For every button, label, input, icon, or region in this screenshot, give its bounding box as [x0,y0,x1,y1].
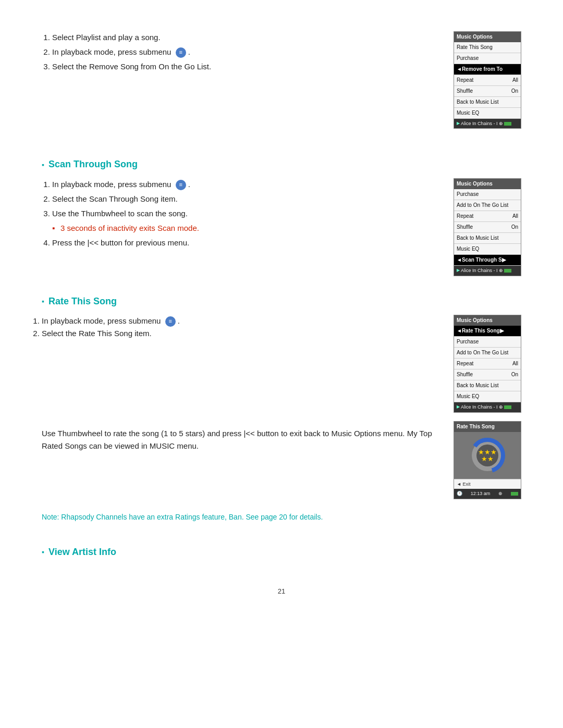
rate-submenu-icon [165,316,176,327]
rate-section: Rate This Song In playback mode, press s… [42,281,521,499]
scan-title: Scan Through Song [42,157,521,172]
rate-dial-screen: Rate This Song ★★★★★ [454,421,521,499]
rate-step-1: In playback mode, press submenu . [42,315,433,327]
top-step-1: Select Playlist and play a song. [52,31,433,44]
rate-dial-area: ★★★★★ [454,432,521,479]
screen1-row-7: Music EQ [454,108,521,119]
remove-song-screen: Music Options Rate This Song Purchase ◄R… [454,31,521,129]
dial-inner: ★★★★★ [476,445,498,466]
scan-step-3: Use the Thumbwheel to scan the song. [52,207,433,220]
scan-step-4: Press the |<< button for previous menu. [52,237,433,249]
top-section: Select Playlist and play a song. In play… [42,31,521,129]
rate-screen2-footer: 🕐 12:13 am ⊕ [454,489,521,498]
rate-screen1-row-3: Add to On The Go List [454,348,521,359]
scan-screen-row-2: Add to On The Go List [454,200,521,211]
rate-combined: In playback mode, press submenu . Select… [42,315,521,412]
rate-play-icon: ▶ [457,404,460,411]
scan-screen-header: Music Options [454,179,521,189]
top-step-2: In playback mode, press submenu . [52,46,433,58]
rate-screen1-footer: ▶ Alice In Chains - I ⊕ [454,402,521,412]
scan-submenu-icon [176,180,186,190]
scan-steps-list: In playback mode, press submenu . Select… [42,178,433,249]
rate-screen1-row-7: Music EQ [454,391,521,402]
rate-step3-section: Use Thumbwheel to rate the song (1 to 5 … [42,421,521,499]
scan-screen-row-1: Purchase [454,189,521,200]
rate-screen1-row-5: ShuffleOn [454,369,521,380]
rate-title: Rate This Song [42,294,521,309]
screen1-row-3-highlighted: ◄Remove from To [454,64,521,75]
scan-section: Scan Through Song In playback mode, pres… [42,144,521,281]
rate-screen1-header: Music Options [454,315,521,326]
page-number: 21 [42,586,521,597]
scan-screen-row-5: Back to Music List [454,233,521,244]
note-section: Note: Rhapsody Channels have an extra Ra… [42,512,521,523]
rate-screen2-header: Rate This Song [454,422,521,432]
view-artist-title: View Artist Info [42,545,521,560]
scan-screen-footer: ▶ Alice In Chains - I ⊕ [454,266,521,275]
rate-para: Use Thumbwheel to rate the song (1 to 5 … [42,427,433,452]
screen1-row-1: Rate This Song [454,42,521,53]
top-text: Select Playlist and play a song. In play… [42,31,433,129]
scan-block: In playback mode, press submenu . Select… [42,178,521,276]
stars-display: ★★★★★ [478,449,497,462]
scan-screen-row-4: ShuffleOn [454,222,521,233]
submenu-icon [176,47,186,58]
scan-text: In playback mode, press submenu . Select… [42,178,433,276]
screen1-row-4: RepeatAll [454,75,521,86]
main-content: Select Playlist and play a song. In play… [42,31,521,597]
screen1-row-6: Back to Music List [454,97,521,108]
rate-step-2: Select the Rate This Song item. [42,327,433,340]
screen1-header: Music Options [454,32,521,42]
scan-screen-row-3: RepeatAll [454,211,521,222]
rate-screen1-row-1-highlighted: ◄Rate This Song▶ [454,326,521,337]
scan-warning-list: 3 seconds of inactivity exits Scan mode. [52,222,433,235]
scan-step-1: In playback mode, press submenu . [52,178,433,191]
rate-steps-list: In playback mode, press submenu . Select… [42,315,433,340]
dial-circle: ★★★★★ [469,437,506,474]
play-icon: ▶ [457,120,460,127]
screen1-row-5: ShuffleOn [454,86,521,97]
scan-screen-row-7-highlighted: ◄Scan Through S▶ [454,255,521,266]
screen1-row-2: Purchase [454,53,521,64]
rate-screen1-row-2: Purchase [454,337,521,348]
scan-screen-row-6: Music EQ [454,244,521,255]
scan-warning: 3 seconds of inactivity exits Scan mode. [52,222,433,235]
scan-screen: Music Options Purchase Add to On The Go … [454,178,521,276]
scan-play-icon: ▶ [457,267,460,274]
rate-screen1-row-6: Back to Music List [454,380,521,391]
scan-step-2: Select the Scan Through Song item. [52,193,433,205]
top-steps-list: Select Playlist and play a song. In play… [42,31,433,73]
rate-description: Use Thumbwheel to rate the song (1 to 5 … [42,421,433,499]
rate-right: Music Options ◄Rate This Song▶ Purchase … [454,315,521,412]
rate-menu-screen: Music Options ◄Rate This Song▶ Purchase … [454,315,521,412]
rate-screen-exit: ◄ Exit [454,479,521,489]
rate-left: In playback mode, press submenu . Select… [42,315,433,412]
rate-screen1-row-4: RepeatAll [454,359,521,369]
screen1-footer: ▶ Alice In Chains - I ⊕ [454,119,521,128]
top-step-3: Select the Remove Song from On the Go Li… [52,60,433,73]
